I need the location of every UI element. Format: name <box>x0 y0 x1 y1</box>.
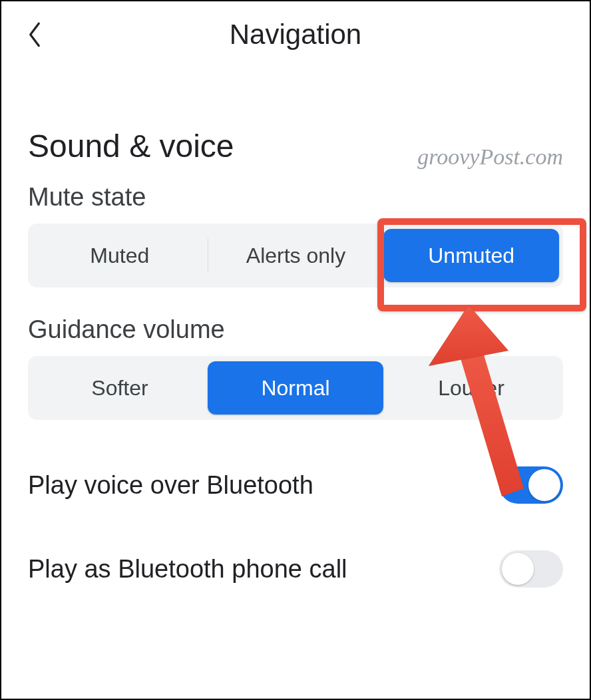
header: Navigation <box>1 1 590 68</box>
segment-muted[interactable]: Muted <box>32 229 208 282</box>
guidance-volume-segmented: Softer Normal Louder <box>28 356 563 420</box>
row-bluetooth-voice: Play voice over Bluetooth <box>28 466 563 504</box>
guidance-volume-label: Guidance volume <box>28 315 563 344</box>
row-bluetooth-phone: Play as Bluetooth phone call <box>28 550 563 588</box>
toggle-thumb <box>502 553 534 585</box>
bluetooth-voice-toggle[interactable] <box>499 466 563 504</box>
page-title: Navigation <box>230 19 361 51</box>
segment-softer[interactable]: Softer <box>32 361 208 415</box>
sound-voice-section: Sound & voice Mute state Muted Alerts on… <box>1 128 590 588</box>
bluetooth-voice-label: Play voice over Bluetooth <box>28 471 313 500</box>
back-button[interactable] <box>20 20 49 49</box>
bluetooth-phone-label: Play as Bluetooth phone call <box>28 555 347 584</box>
chevron-left-icon <box>26 21 43 49</box>
segment-unmuted[interactable]: Unmuted <box>383 229 559 282</box>
segment-alerts-only[interactable]: Alerts only <box>208 229 384 282</box>
bluetooth-phone-toggle[interactable] <box>499 550 563 588</box>
segment-louder[interactable]: Louder <box>383 361 559 415</box>
watermark-text: groovyPost.com <box>417 144 563 170</box>
mute-state-segmented: Muted Alerts only Unmuted <box>28 224 563 287</box>
segment-normal[interactable]: Normal <box>208 361 383 415</box>
toggle-thumb <box>528 469 560 501</box>
mute-state-label: Mute state <box>28 183 563 212</box>
